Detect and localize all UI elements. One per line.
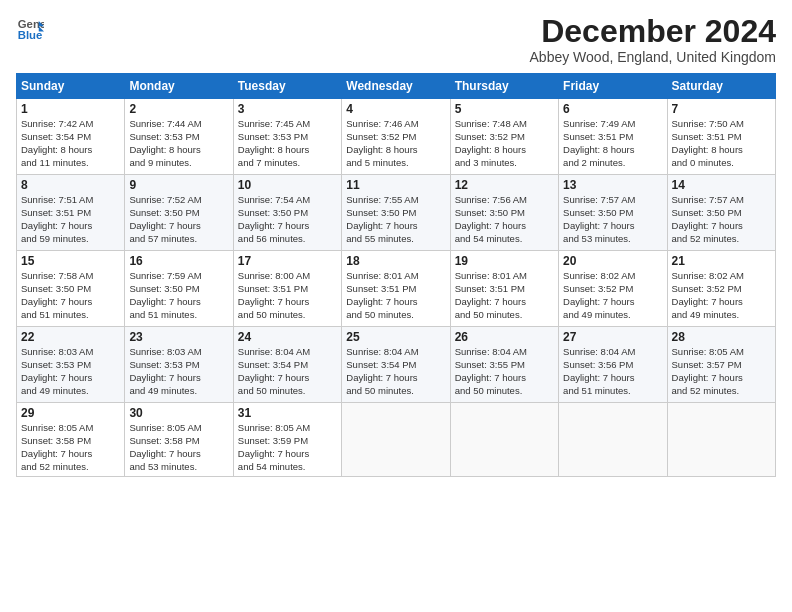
calendar-cell: 24Sunrise: 8:04 AM Sunset: 3:54 PM Dayli… <box>233 327 341 403</box>
calendar-table: SundayMondayTuesdayWednesdayThursdayFrid… <box>16 73 776 477</box>
day-of-week-header: Tuesday <box>233 74 341 99</box>
day-info: Sunrise: 7:45 AM Sunset: 3:53 PM Dayligh… <box>238 118 337 169</box>
calendar-cell: 27Sunrise: 8:04 AM Sunset: 3:56 PM Dayli… <box>559 327 667 403</box>
day-number: 21 <box>672 254 771 268</box>
day-of-week-header: Friday <box>559 74 667 99</box>
day-info: Sunrise: 8:04 AM Sunset: 3:54 PM Dayligh… <box>238 346 337 397</box>
calendar-cell: 17Sunrise: 8:00 AM Sunset: 3:51 PM Dayli… <box>233 251 341 327</box>
day-number: 22 <box>21 330 120 344</box>
calendar-cell: 14Sunrise: 7:57 AM Sunset: 3:50 PM Dayli… <box>667 175 775 251</box>
day-info: Sunrise: 8:01 AM Sunset: 3:51 PM Dayligh… <box>455 270 554 321</box>
day-of-week-header: Thursday <box>450 74 558 99</box>
calendar-cell: 8Sunrise: 7:51 AM Sunset: 3:51 PM Daylig… <box>17 175 125 251</box>
day-number: 19 <box>455 254 554 268</box>
day-number: 2 <box>129 102 228 116</box>
day-info: Sunrise: 7:52 AM Sunset: 3:50 PM Dayligh… <box>129 194 228 245</box>
day-info: Sunrise: 7:42 AM Sunset: 3:54 PM Dayligh… <box>21 118 120 169</box>
day-info: Sunrise: 8:04 AM Sunset: 3:55 PM Dayligh… <box>455 346 554 397</box>
calendar-cell: 9Sunrise: 7:52 AM Sunset: 3:50 PM Daylig… <box>125 175 233 251</box>
calendar-cell: 3Sunrise: 7:45 AM Sunset: 3:53 PM Daylig… <box>233 99 341 175</box>
day-number: 18 <box>346 254 445 268</box>
calendar-cell: 29Sunrise: 8:05 AM Sunset: 3:58 PM Dayli… <box>17 403 125 477</box>
calendar-cell: 25Sunrise: 8:04 AM Sunset: 3:54 PM Dayli… <box>342 327 450 403</box>
day-of-week-header: Saturday <box>667 74 775 99</box>
calendar-cell: 5Sunrise: 7:48 AM Sunset: 3:52 PM Daylig… <box>450 99 558 175</box>
day-info: Sunrise: 7:46 AM Sunset: 3:52 PM Dayligh… <box>346 118 445 169</box>
day-info: Sunrise: 8:02 AM Sunset: 3:52 PM Dayligh… <box>672 270 771 321</box>
day-of-week-header: Sunday <box>17 74 125 99</box>
calendar-cell: 11Sunrise: 7:55 AM Sunset: 3:50 PM Dayli… <box>342 175 450 251</box>
day-number: 14 <box>672 178 771 192</box>
calendar-cell: 22Sunrise: 8:03 AM Sunset: 3:53 PM Dayli… <box>17 327 125 403</box>
day-number: 1 <box>21 102 120 116</box>
calendar-cell: 12Sunrise: 7:56 AM Sunset: 3:50 PM Dayli… <box>450 175 558 251</box>
calendar-cell: 10Sunrise: 7:54 AM Sunset: 3:50 PM Dayli… <box>233 175 341 251</box>
calendar-cell: 16Sunrise: 7:59 AM Sunset: 3:50 PM Dayli… <box>125 251 233 327</box>
day-of-week-header: Wednesday <box>342 74 450 99</box>
calendar-cell: 4Sunrise: 7:46 AM Sunset: 3:52 PM Daylig… <box>342 99 450 175</box>
calendar-cell <box>342 403 450 477</box>
day-number: 9 <box>129 178 228 192</box>
day-info: Sunrise: 7:44 AM Sunset: 3:53 PM Dayligh… <box>129 118 228 169</box>
day-info: Sunrise: 7:56 AM Sunset: 3:50 PM Dayligh… <box>455 194 554 245</box>
calendar-cell: 1Sunrise: 7:42 AM Sunset: 3:54 PM Daylig… <box>17 99 125 175</box>
day-info: Sunrise: 8:05 AM Sunset: 3:58 PM Dayligh… <box>129 422 228 473</box>
calendar-cell: 23Sunrise: 8:03 AM Sunset: 3:53 PM Dayli… <box>125 327 233 403</box>
day-number: 5 <box>455 102 554 116</box>
day-number: 27 <box>563 330 662 344</box>
day-info: Sunrise: 8:05 AM Sunset: 3:59 PM Dayligh… <box>238 422 337 473</box>
day-number: 4 <box>346 102 445 116</box>
day-info: Sunrise: 7:49 AM Sunset: 3:51 PM Dayligh… <box>563 118 662 169</box>
day-info: Sunrise: 7:59 AM Sunset: 3:50 PM Dayligh… <box>129 270 228 321</box>
day-number: 17 <box>238 254 337 268</box>
day-info: Sunrise: 8:04 AM Sunset: 3:56 PM Dayligh… <box>563 346 662 397</box>
calendar-cell: 18Sunrise: 8:01 AM Sunset: 3:51 PM Dayli… <box>342 251 450 327</box>
day-number: 16 <box>129 254 228 268</box>
day-number: 6 <box>563 102 662 116</box>
day-info: Sunrise: 8:02 AM Sunset: 3:52 PM Dayligh… <box>563 270 662 321</box>
day-info: Sunrise: 7:57 AM Sunset: 3:50 PM Dayligh… <box>672 194 771 245</box>
calendar-cell <box>667 403 775 477</box>
calendar-cell: 21Sunrise: 8:02 AM Sunset: 3:52 PM Dayli… <box>667 251 775 327</box>
calendar-cell: 15Sunrise: 7:58 AM Sunset: 3:50 PM Dayli… <box>17 251 125 327</box>
day-info: Sunrise: 7:51 AM Sunset: 3:51 PM Dayligh… <box>21 194 120 245</box>
calendar-cell: 19Sunrise: 8:01 AM Sunset: 3:51 PM Dayli… <box>450 251 558 327</box>
day-info: Sunrise: 8:05 AM Sunset: 3:58 PM Dayligh… <box>21 422 120 473</box>
day-number: 29 <box>21 406 120 420</box>
calendar-cell: 28Sunrise: 8:05 AM Sunset: 3:57 PM Dayli… <box>667 327 775 403</box>
day-number: 31 <box>238 406 337 420</box>
day-number: 11 <box>346 178 445 192</box>
logo: General Blue <box>16 14 44 42</box>
title-block: December 2024 Abbey Wood, England, Unite… <box>530 14 776 65</box>
calendar-cell <box>559 403 667 477</box>
calendar-cell <box>450 403 558 477</box>
calendar-cell: 20Sunrise: 8:02 AM Sunset: 3:52 PM Dayli… <box>559 251 667 327</box>
day-number: 7 <box>672 102 771 116</box>
day-number: 25 <box>346 330 445 344</box>
day-info: Sunrise: 7:54 AM Sunset: 3:50 PM Dayligh… <box>238 194 337 245</box>
calendar-cell: 6Sunrise: 7:49 AM Sunset: 3:51 PM Daylig… <box>559 99 667 175</box>
day-info: Sunrise: 7:50 AM Sunset: 3:51 PM Dayligh… <box>672 118 771 169</box>
day-number: 13 <box>563 178 662 192</box>
calendar-cell: 2Sunrise: 7:44 AM Sunset: 3:53 PM Daylig… <box>125 99 233 175</box>
logo-icon: General Blue <box>16 14 44 42</box>
day-number: 30 <box>129 406 228 420</box>
day-info: Sunrise: 8:03 AM Sunset: 3:53 PM Dayligh… <box>129 346 228 397</box>
page: General Blue December 2024 Abbey Wood, E… <box>0 0 792 612</box>
location: Abbey Wood, England, United Kingdom <box>530 49 776 65</box>
day-info: Sunrise: 7:55 AM Sunset: 3:50 PM Dayligh… <box>346 194 445 245</box>
day-info: Sunrise: 8:01 AM Sunset: 3:51 PM Dayligh… <box>346 270 445 321</box>
day-of-week-header: Monday <box>125 74 233 99</box>
day-number: 3 <box>238 102 337 116</box>
calendar-cell: 26Sunrise: 8:04 AM Sunset: 3:55 PM Dayli… <box>450 327 558 403</box>
svg-text:Blue: Blue <box>18 29 43 41</box>
calendar-header-row: SundayMondayTuesdayWednesdayThursdayFrid… <box>17 74 776 99</box>
day-info: Sunrise: 7:48 AM Sunset: 3:52 PM Dayligh… <box>455 118 554 169</box>
day-number: 24 <box>238 330 337 344</box>
month-title: December 2024 <box>530 14 776 49</box>
calendar-cell: 7Sunrise: 7:50 AM Sunset: 3:51 PM Daylig… <box>667 99 775 175</box>
day-number: 20 <box>563 254 662 268</box>
day-number: 8 <box>21 178 120 192</box>
header: General Blue December 2024 Abbey Wood, E… <box>16 14 776 65</box>
calendar-cell: 31Sunrise: 8:05 AM Sunset: 3:59 PM Dayli… <box>233 403 341 477</box>
